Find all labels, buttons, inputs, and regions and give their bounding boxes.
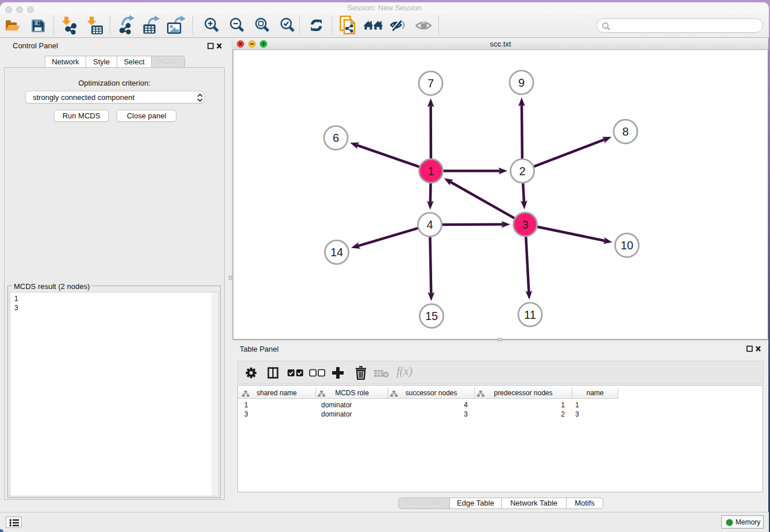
svg-text:14: 14 (330, 246, 343, 259)
svg-text:6: 6 (333, 132, 339, 144)
svg-text:8: 8 (622, 125, 629, 138)
svg-text:1: 1 (428, 165, 434, 178)
svg-text:10: 10 (621, 239, 633, 252)
svg-text:2: 2 (519, 165, 525, 178)
svg-text:15: 15 (425, 310, 438, 322)
svg-text:7: 7 (428, 77, 434, 90)
svg-text:4: 4 (426, 218, 433, 231)
svg-text:9: 9 (518, 76, 525, 89)
svg-text:3: 3 (522, 218, 528, 231)
svg-text:11: 11 (524, 309, 536, 321)
